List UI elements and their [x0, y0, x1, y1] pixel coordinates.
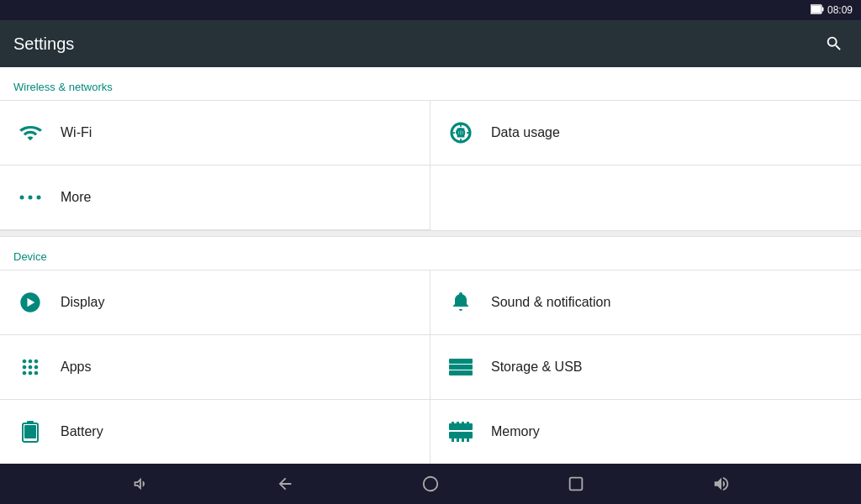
- data-usage-label: Data usage: [491, 125, 560, 140]
- svg-rect-9: [449, 370, 473, 375]
- svg-rect-19: [452, 438, 454, 442]
- svg-rect-7: [449, 359, 473, 364]
- svg-rect-8: [449, 365, 473, 370]
- svg-point-5: [29, 196, 33, 200]
- settings-item-storage[interactable]: Storage & USB: [430, 335, 861, 400]
- display-icon: [13, 286, 47, 319]
- section-divider: [0, 230, 861, 237]
- apps-label: Apps: [61, 360, 91, 375]
- more-label: More: [61, 190, 91, 205]
- sound-label: Sound & notification: [491, 295, 610, 310]
- svg-rect-12: [24, 425, 36, 438]
- svg-point-4: [20, 196, 24, 200]
- settings-item-data-usage[interactable]: Data usage: [430, 101, 861, 165]
- search-button[interactable]: [821, 30, 848, 57]
- data-usage-icon: [444, 116, 478, 150]
- svg-rect-15: [452, 422, 454, 425]
- settings-content: Wireless & networks Wi-Fi Da: [0, 67, 861, 464]
- svg-point-27: [424, 477, 438, 491]
- storage-label: Storage & USB: [491, 360, 583, 375]
- more-icon: [13, 181, 47, 214]
- section-header-device: Device: [0, 237, 861, 270]
- sound-icon: [444, 286, 478, 319]
- status-icons: 08:09: [811, 4, 853, 17]
- svg-rect-17: [462, 422, 464, 425]
- settings-item-more[interactable]: More: [0, 165, 430, 230]
- volume-up-button[interactable]: [705, 467, 738, 501]
- svg-rect-21: [462, 438, 464, 442]
- memory-icon: [444, 415, 478, 449]
- svg-rect-18: [467, 422, 469, 425]
- settings-item-sound[interactable]: Sound & notification: [430, 270, 861, 335]
- svg-rect-14: [449, 432, 473, 438]
- wifi-label: Wi-Fi: [61, 125, 92, 140]
- back-button[interactable]: [268, 467, 302, 501]
- time-display: 08:09: [827, 4, 853, 16]
- svg-rect-20: [457, 438, 459, 442]
- battery-icon: [811, 4, 824, 17]
- status-bar: 08:09: [0, 0, 861, 20]
- svg-rect-22: [467, 438, 469, 442]
- svg-rect-16: [457, 422, 459, 425]
- apps-icon: [13, 350, 47, 384]
- storage-icon: [444, 350, 478, 384]
- svg-rect-28: [569, 478, 582, 491]
- svg-rect-11: [27, 421, 34, 424]
- wireless-grid: Wi-Fi Data usage: [0, 100, 861, 165]
- recent-apps-button[interactable]: [559, 467, 593, 501]
- settings-item-display[interactable]: Display: [0, 270, 430, 335]
- battery-settings-icon: [13, 415, 47, 449]
- wifi-icon: [13, 116, 47, 150]
- svg-point-6: [37, 196, 41, 200]
- display-label: Display: [61, 295, 104, 310]
- settings-item-wifi[interactable]: Wi-Fi: [0, 101, 430, 165]
- device-grid: Display Sound & notification Apps: [0, 270, 861, 464]
- settings-item-battery[interactable]: Battery: [0, 400, 430, 464]
- home-button[interactable]: [414, 467, 447, 501]
- svg-rect-2: [811, 6, 821, 13]
- settings-item-apps[interactable]: Apps: [0, 335, 430, 400]
- toolbar: Settings: [0, 20, 861, 67]
- volume-down-button[interactable]: [123, 467, 156, 501]
- bottom-navigation: [0, 464, 861, 504]
- section-header-wireless: Wireless & networks: [0, 67, 861, 100]
- settings-item-memory[interactable]: Memory: [430, 400, 861, 464]
- page-title: Settings: [13, 34, 74, 54]
- memory-label: Memory: [491, 424, 540, 439]
- svg-rect-1: [821, 7, 823, 11]
- battery-label: Battery: [61, 424, 103, 439]
